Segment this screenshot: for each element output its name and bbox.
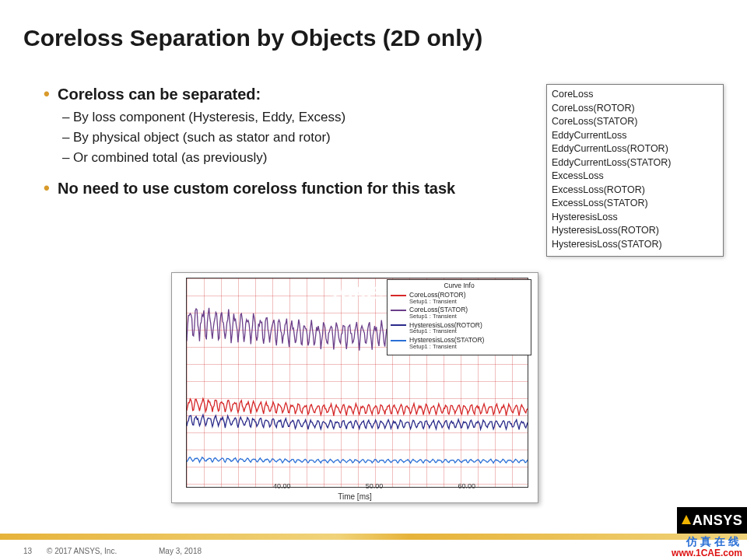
ansys-triangle-icon xyxy=(682,515,691,524)
coreloss-chart: 1CAE. Curve Info CoreLoss(ROTOR) Setup1 … xyxy=(171,272,538,503)
site-url: www.1CAE.com xyxy=(672,548,742,558)
sub-by-physical-object: By physical object (such as stator and r… xyxy=(62,130,487,145)
footer: 13 © 2017 ANSYS, Inc. May 3, 2018 xyxy=(0,540,747,560)
legend-swatch xyxy=(391,310,406,311)
list-item[interactable]: ExcessLoss xyxy=(552,170,718,184)
slide-title: Coreloss Separation by Objects (2D only) xyxy=(23,25,482,51)
site-watermark: 仿真在线 www.1CAE.com xyxy=(672,536,742,558)
sub-by-loss-component: By loss component (Hysteresis, Eddy, Exc… xyxy=(62,110,487,125)
list-item[interactable]: HysteresisLoss(STATOR) xyxy=(552,238,718,252)
footer-accent-bar xyxy=(0,534,747,540)
footer-date: May 3, 2018 xyxy=(159,547,202,555)
x-tick: 50.00 xyxy=(366,482,384,490)
legend-swatch xyxy=(391,340,406,341)
x-axis-label: Time [ms] xyxy=(172,492,538,501)
legend-sublabel: Setup1 : Transient xyxy=(409,299,528,306)
ansys-logo-text: ANSYS xyxy=(693,513,743,529)
list-item[interactable]: ExcessLoss(STATOR) xyxy=(552,197,718,211)
slide: Coreloss Separation by Objects (2D only)… xyxy=(0,0,747,560)
ansys-logo: ANSYS xyxy=(677,507,747,534)
list-item[interactable]: EddyCurrentLoss xyxy=(552,129,718,143)
legend-swatch xyxy=(391,324,406,326)
legend-sublabel: Setup1 : Transient xyxy=(409,344,528,351)
copyright: © 2017 ANSYS, Inc. xyxy=(47,547,117,555)
list-item[interactable]: EddyCurrentLoss(STATOR) xyxy=(552,156,718,170)
bullet-coreloss-separated: Coreloss can be separated: xyxy=(44,86,487,103)
list-item[interactable]: HysteresisLoss(ROTOR) xyxy=(552,224,718,238)
page-number: 13 xyxy=(23,547,32,555)
list-item[interactable]: CoreLoss(STATOR) xyxy=(552,115,718,129)
x-tick: 60.00 xyxy=(458,482,476,490)
list-item[interactable]: HysteresisLoss xyxy=(552,211,718,225)
legend-sublabel: Setup1 : Transient xyxy=(409,313,528,320)
sub-combined-total: Or combined total (as previously) xyxy=(62,150,487,166)
list-item[interactable]: CoreLoss xyxy=(552,88,718,102)
list-item[interactable]: ExcessLoss(ROTOR) xyxy=(552,184,718,198)
legend-title: Curve Info xyxy=(391,282,528,290)
list-item[interactable]: CoreLoss(ROTOR) xyxy=(552,102,718,116)
legend-swatch xyxy=(391,295,406,296)
chart-legend: Curve Info CoreLoss(ROTOR) Setup1 : Tran… xyxy=(387,279,531,355)
slide-body: Coreloss can be separated: By loss compo… xyxy=(44,86,487,204)
list-item[interactable]: EddyCurrentLoss(ROTOR) xyxy=(552,142,718,156)
site-cn: 仿真在线 xyxy=(672,536,742,548)
legend-sublabel: Setup1 : Transient xyxy=(409,328,528,335)
variable-listbox[interactable]: CoreLoss CoreLoss(ROTOR) CoreLoss(STATOR… xyxy=(546,84,724,257)
bullet-no-custom-function: No need to use custom coreloss function … xyxy=(44,180,487,198)
x-tick: 40.00 xyxy=(273,482,291,490)
x-ticks: 40.00 50.00 60.00 xyxy=(186,482,528,492)
